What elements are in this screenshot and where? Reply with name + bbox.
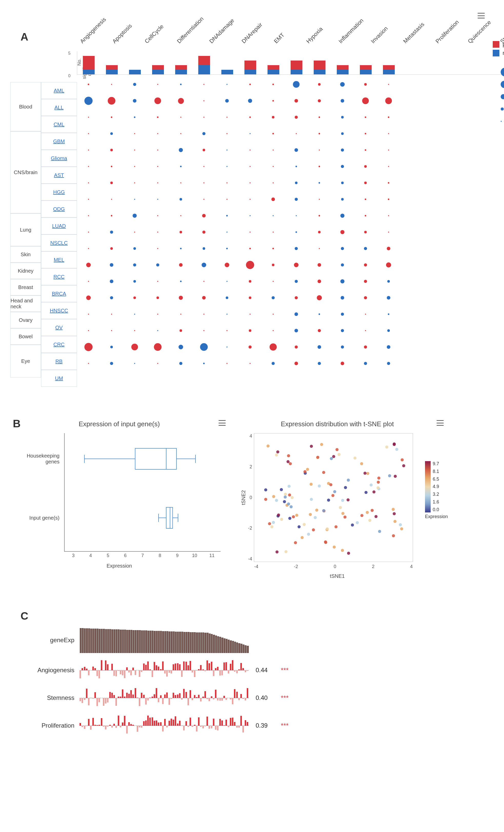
correlation-dot[interactable] [110,132,113,135]
tsne-point[interactable] [297,525,300,528]
correlation-dot[interactable] [227,232,228,233]
correlation-dot[interactable] [319,133,320,135]
correlation-dot[interactable] [203,363,205,364]
tsne-point[interactable] [400,527,403,530]
tsne-point[interactable] [360,462,363,465]
correlation-dot[interactable] [296,133,297,134]
correlation-dot[interactable] [227,314,228,315]
correlation-dot[interactable] [157,314,159,315]
tsne-point[interactable] [341,549,344,552]
tsne-point[interactable] [320,443,323,446]
correlation-dot[interactable] [341,263,344,266]
tsne-point[interactable] [280,488,283,491]
tsne-point[interactable] [374,515,377,518]
correlation-dot[interactable] [179,362,182,365]
correlation-dot[interactable] [110,346,113,348]
correlation-dot[interactable] [273,150,274,151]
tsne-point[interactable] [392,508,395,511]
tsne-point[interactable] [336,448,339,451]
correlation-dot[interactable] [180,182,182,184]
correlation-dot[interactable] [226,296,228,299]
correlation-dot[interactable] [364,231,367,233]
tsne-point[interactable] [264,498,267,501]
tsne-point[interactable] [268,522,271,525]
correlation-dot[interactable] [88,248,89,249]
tsne-point[interactable] [315,509,318,512]
correlation-dot[interactable] [204,117,205,118]
correlation-dot[interactable] [227,330,228,331]
correlation-dot[interactable] [365,133,367,135]
correlation-dot[interactable] [157,84,159,85]
correlation-dot[interactable] [295,166,297,167]
correlation-dot[interactable] [341,362,344,365]
tsne-point[interactable] [294,541,297,544]
correlation-dot[interactable] [365,116,367,118]
tsne-point[interactable] [346,498,350,501]
correlation-dot[interactable] [273,281,274,282]
correlation-dot[interactable] [204,314,205,315]
correlation-dot[interactable] [364,165,367,167]
correlation-dot[interactable] [180,84,182,85]
tsne-point[interactable] [287,454,290,457]
correlation-dot[interactable] [157,182,158,183]
correlation-dot[interactable] [249,150,251,151]
correlation-dot[interactable] [180,329,182,332]
correlation-dot[interactable] [319,199,320,200]
tsne-point[interactable] [370,484,373,487]
correlation-dot[interactable] [341,247,344,250]
tsne-point[interactable] [402,464,405,467]
correlation-dot[interactable] [295,296,298,299]
correlation-dot[interactable] [154,343,162,351]
correlation-dot[interactable] [318,263,321,267]
correlation-dot[interactable] [295,182,297,184]
cancer-type-link[interactable]: LUAD [52,223,66,229]
tsne-point[interactable] [264,488,267,491]
correlation-dot[interactable] [88,363,89,364]
correlation-dot[interactable] [204,281,205,282]
correlation-dot[interactable] [156,263,159,266]
tsne-point[interactable] [344,486,347,489]
tsne-point[interactable] [284,495,287,499]
correlation-dot[interactable] [249,166,251,167]
tsne-point[interactable] [309,513,312,516]
correlation-dot[interactable] [249,280,251,282]
correlation-dot[interactable] [204,166,205,167]
correlation-dot[interactable] [180,215,181,216]
tsne-point[interactable] [272,495,275,498]
correlation-dot[interactable] [388,133,389,134]
cancer-type-link[interactable]: AML [54,88,64,94]
correlation-dot[interactable] [249,199,251,200]
correlation-dot[interactable] [157,363,159,364]
correlation-dot[interactable] [296,215,297,216]
correlation-dot[interactable] [111,84,112,85]
correlation-dot[interactable] [133,99,136,103]
correlation-dot[interactable] [110,263,113,267]
correlation-dot[interactable] [134,182,135,184]
tsne-point[interactable] [292,515,295,518]
tsne-point[interactable] [372,490,375,493]
tsne-point[interactable] [356,521,359,524]
correlation-dot[interactable] [364,182,367,184]
correlation-dot[interactable] [108,97,115,105]
correlation-dot[interactable] [273,232,274,233]
correlation-dot[interactable] [227,182,228,184]
correlation-dot[interactable] [388,199,390,200]
correlation-dot[interactable] [227,363,228,364]
correlation-dot[interactable] [180,281,182,282]
tsne-point[interactable] [266,444,270,447]
correlation-dot[interactable] [388,313,390,315]
correlation-dot[interactable] [84,97,92,105]
correlation-dot[interactable] [385,98,392,104]
correlation-dot[interactable] [319,248,320,249]
tsne-point[interactable] [368,519,371,522]
correlation-dot[interactable] [341,116,343,118]
tsne-point[interactable] [303,523,306,526]
cancer-type-link[interactable]: CRC [53,342,64,347]
tsne-point[interactable] [331,494,335,497]
correlation-dot[interactable] [110,280,113,283]
correlation-dot[interactable] [134,314,135,315]
tsne-point[interactable] [377,480,380,484]
correlation-dot[interactable] [319,166,320,167]
correlation-dot[interactable] [111,314,112,315]
correlation-dot[interactable] [340,82,345,87]
